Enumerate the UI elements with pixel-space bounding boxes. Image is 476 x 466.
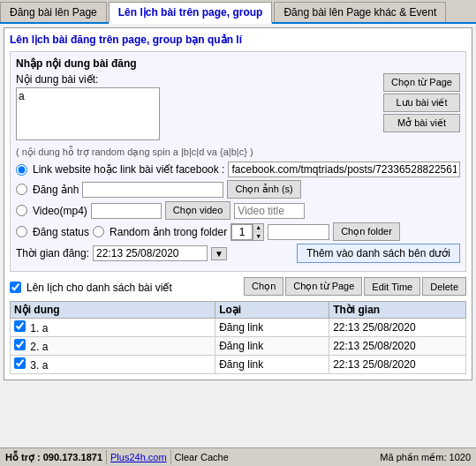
list-checkbox-label: Lên lịch cho danh sách bài viết <box>26 282 172 294</box>
mo-bai-viet-button[interactable]: Mở bài viết <box>383 114 460 132</box>
radio-random-folder[interactable] <box>93 226 104 237</box>
footer-plus[interactable]: Plus24h.com <box>110 452 167 462</box>
footer-mapm: Mã phần mềm: 1020 <box>380 452 471 463</box>
col-noidung: Nội dung <box>11 302 215 319</box>
list-section: Lên lịch cho danh sách bài viết Chọn Chọ… <box>10 277 466 374</box>
option-video-row: Video(mp4) Chọn video <box>16 201 460 220</box>
luu-bai-viet-button[interactable]: Lưu bài viết <box>383 94 460 112</box>
chon-tu-page-button[interactable]: Chọn từ Page <box>383 73 460 92</box>
col-thoigian: Thời gian <box>329 302 466 319</box>
row-checkbox[interactable] <box>14 320 26 332</box>
row-content-cell: 1. a <box>11 319 215 337</box>
option-status-row: Đăng status Random ảnh trong folder ▲ ▼ … <box>16 222 460 241</box>
radio-link[interactable] <box>16 164 27 176</box>
list-toolbar: Chọn Chọn từ Page Edit Time Delete <box>244 277 466 296</box>
row-time-cell: 22:13 25/08/2020 <box>329 337 466 356</box>
label-status: Đăng status <box>33 226 89 238</box>
list-header-row: Lên lịch cho danh sách bài viết Chọn Chọ… <box>10 277 466 297</box>
label-video: Video(mp4) <box>33 205 87 217</box>
row-checkbox[interactable] <box>14 357 26 369</box>
folder-num-input[interactable] <box>231 224 253 240</box>
footer-hotro: Hỗ trợ : 090.173.1871 <box>5 452 102 463</box>
tab-bar: Đăng bài lên Page Lên lịch bài trên page… <box>0 0 476 24</box>
toolbar-edit-time[interactable]: Edit Time <box>364 277 420 296</box>
content-label: Nội dung bài viết: <box>16 73 380 86</box>
option-link-row: Link website hoặc link bài viết facebook… <box>16 162 460 177</box>
video-input[interactable] <box>91 203 162 219</box>
folder-num-spinner: ▲ ▼ <box>230 223 264 241</box>
content-textarea[interactable]: a <box>16 87 160 140</box>
content-area: Nội dung bài viết: a Chọn từ Page Lưu bà… <box>16 73 460 143</box>
row-content: a <box>42 322 49 334</box>
content-col: Nội dung bài viết: a <box>16 73 380 143</box>
row-checkbox[interactable] <box>14 339 26 350</box>
form-section: Nhập nội dung bài đăng Nội dung bài viết… <box>10 51 466 272</box>
label-random-folder: Random ảnh trong folder <box>110 226 227 238</box>
row-type-cell: Đăng link <box>215 337 329 356</box>
chon-anh-button[interactable]: Chọn ảnh (s) <box>227 180 300 199</box>
table-row: 1. a Đăng link 22:13 25/08/2020 <box>11 319 466 337</box>
datetime-label: Thời gian đăng: <box>16 247 89 259</box>
toolbar-delete[interactable]: Delete <box>422 277 466 296</box>
table-row: 2. a Đăng link 22:13 25/08/2020 <box>11 337 466 356</box>
chon-video-button[interactable]: Chọn video <box>165 201 231 220</box>
tab-len-lich-bai[interactable]: Lên lịch bài trên page, group <box>109 2 273 24</box>
row-num: 1. <box>30 322 39 334</box>
footer: Hỗ trợ : 090.173.1871 Plus24h.com Clear … <box>0 447 476 466</box>
col-loai: Loại <box>215 302 329 319</box>
row-num: 3. <box>30 359 39 372</box>
link-input[interactable] <box>228 162 460 177</box>
spinner-down[interactable]: ▼ <box>253 232 263 240</box>
label-anh: Đăng ảnh <box>33 184 79 196</box>
footer-sep2 <box>170 450 171 464</box>
calendar-button[interactable]: ▼ <box>211 247 227 260</box>
datetime-input[interactable] <box>93 245 208 261</box>
add-to-list-button[interactable]: Thêm vào danh sách bên dưới <box>297 244 460 263</box>
clear-cache-button[interactable]: Clear Cache <box>175 452 229 462</box>
radio-status[interactable] <box>16 226 27 237</box>
toolbar-chon-tu-page[interactable]: Chọn từ Page <box>285 277 362 296</box>
folder-path-input[interactable] <box>268 224 329 240</box>
video-title-input[interactable] <box>234 203 305 219</box>
section-title: Lên lịch bài đăng trên page, group bạn q… <box>10 34 466 46</box>
hint-text: ( nội dung hỗ trợ random dạng spin a |b|… <box>16 147 460 158</box>
table-row: 3. a Đăng link 22:13 25/08/2020 <box>11 356 466 374</box>
row-type-cell: Đăng link <box>215 319 329 337</box>
radio-anh[interactable] <box>16 184 27 195</box>
row-content: a <box>42 341 49 353</box>
form-main-label: Nhập nội dung bài đăng <box>16 57 460 70</box>
spinner-up[interactable]: ▲ <box>253 224 263 232</box>
tab-dang-bai-len-page[interactable]: Đăng bài lên Page <box>0 2 107 22</box>
spinner-arrows: ▲ ▼ <box>253 224 263 240</box>
chon-folder-button[interactable]: Chọn folder <box>333 222 400 241</box>
list-table: Nội dung Loại Thời gian 1. a Đăng link 2… <box>10 301 466 374</box>
row-type-cell: Đăng link <box>215 356 329 374</box>
row-content: a <box>42 359 49 372</box>
anh-input[interactable] <box>82 182 223 198</box>
row-content-cell: 2. a <box>11 337 215 356</box>
toolbar-chon[interactable]: Chọn <box>244 277 283 296</box>
main-content: Lên lịch bài đăng trên page, group bạn q… <box>4 27 472 380</box>
datetime-row: Thời gian đăng: ▼ Thêm vào danh sách bên… <box>16 244 460 263</box>
row-time-cell: 22:13 25/08/2020 <box>329 319 466 337</box>
footer-sep1 <box>106 450 107 464</box>
row-time-cell: 22:13 25/08/2020 <box>329 356 466 374</box>
list-main-checkbox[interactable] <box>10 282 21 293</box>
radio-video[interactable] <box>16 205 27 216</box>
content-buttons: Chọn từ Page Lưu bài viết Mở bài viết <box>383 73 460 143</box>
label-link: Link website hoặc link bài viết facebook… <box>33 163 224 176</box>
row-num: 2. <box>30 341 39 353</box>
option-anh-row: Đăng ảnh Chọn ảnh (s) <box>16 180 460 199</box>
row-content-cell: 3. a <box>11 356 215 374</box>
tab-dang-bai-khac[interactable]: Đăng bài lên Page khác & Event <box>274 2 446 22</box>
